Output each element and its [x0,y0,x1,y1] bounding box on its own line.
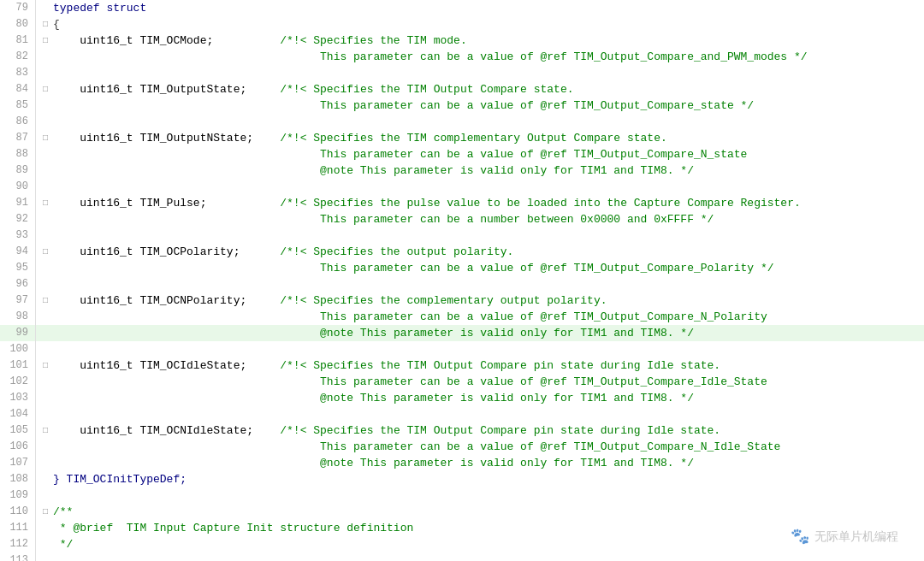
code-line: 102 This parameter can be a value of @re… [0,374,924,390]
fold-icon[interactable] [43,179,51,195]
code-token [53,262,320,275]
line-number: 111 [0,520,36,536]
code-content [51,227,924,244]
code-content [51,552,924,561]
code-token [253,424,280,437]
fold-icon[interactable] [43,114,51,130]
code-content [51,65,924,81]
fold-icon[interactable]: □ [43,130,51,146]
code-token: This parameter can be a value of @ref TI… [320,99,754,112]
fold-icon[interactable] [43,97,51,114]
code-content: uint16_t TIM_OCMode; /*!< Specifies the … [51,32,924,49]
line-number: 91 [0,195,36,211]
line-number: 94 [0,244,36,260]
fold-icon[interactable] [43,520,51,536]
line-number: 96 [0,276,36,292]
line-number: 99 [0,325,36,341]
code-line: 91□ uint16_t TIM_Pulse; /*!< Specifies t… [0,195,924,211]
code-token [53,99,320,112]
fold-icon[interactable] [43,260,51,276]
fold-icon[interactable]: □ [43,504,51,520]
code-content [51,179,924,195]
fold-icon[interactable] [43,309,51,325]
code-content: @note This parameter is valid only for T… [51,325,924,341]
code-token [53,213,320,226]
code-content: @note This parameter is valid only for T… [51,455,924,471]
line-number: 105 [0,422,36,439]
fold-icon[interactable]: □ [43,81,51,97]
code-token: uint16_t TIM_OCNIdleState; [53,424,253,437]
fold-icon[interactable] [43,49,51,65]
fold-icon[interactable] [43,390,51,406]
fold-icon[interactable] [43,65,51,81]
fold-icon[interactable]: □ [43,32,51,49]
fold-icon[interactable] [43,227,51,244]
code-line: 85 This parameter can be a value of @ref… [0,97,924,114]
fold-icon[interactable] [43,487,51,504]
fold-icon[interactable] [43,552,51,561]
code-content [51,276,924,292]
code-token: This parameter can be a value of @ref TI… [320,50,808,63]
fold-icon[interactable] [43,276,51,292]
code-line: 88 This parameter can be a value of @ref… [0,146,924,162]
fold-icon[interactable] [43,146,51,162]
fold-icon[interactable] [43,471,51,487]
code-content: This parameter can be a value of @ref TI… [51,49,924,65]
code-token: uint16_t TIM_OCPolarity; [53,245,240,258]
fold-icon[interactable] [43,455,51,471]
line-number: 106 [0,439,36,455]
code-token: This parameter can be a value of @ref TI… [320,440,780,453]
code-token: uint16_t TIM_OCIdleState; [53,359,246,372]
fold-icon[interactable] [43,325,51,341]
fold-icon[interactable] [43,341,51,357]
code-token: } TIM_OCInitTypeDef; [53,473,187,486]
line-number: 89 [0,162,36,179]
code-content: This parameter can be a value of @ref TI… [51,97,924,114]
fold-icon[interactable]: □ [43,244,51,260]
code-token [53,440,320,453]
code-line: 83 [0,65,924,81]
code-token [213,34,280,47]
code-token: This parameter can be a value of @ref TI… [320,375,767,388]
code-line: 93 [0,227,924,244]
code-token: /*!< Specifies the complementary output … [280,294,607,307]
line-number: 86 [0,114,36,130]
code-content: @note This parameter is valid only for T… [51,162,924,179]
code-token: uint16_t TIM_OutputNState; [53,132,253,145]
code-content: This parameter can be a value of @ref TI… [51,146,924,162]
line-number: 80 [0,16,36,32]
code-line: 96 [0,276,924,292]
code-content: This parameter can be a value of @ref TI… [51,374,924,390]
code-line: 94□ uint16_t TIM_OCPolarity; /*!< Specif… [0,244,924,260]
fold-icon[interactable] [43,211,51,227]
fold-icon[interactable] [43,439,51,455]
watermark-text: 无际单片机编程 [814,529,898,545]
code-line: 111 * @brief TIM Input Capture Init stru… [0,520,924,536]
code-token [53,327,320,340]
code-token: uint16_t TIM_Pulse; [53,197,206,210]
line-number: 97 [0,292,36,309]
fold-icon[interactable]: □ [43,422,51,439]
line-number: 112 [0,536,36,552]
code-token [246,83,280,96]
fold-icon[interactable] [43,536,51,552]
watermark: 🐾 无际单片机编程 [791,529,898,545]
fold-icon[interactable]: □ [43,195,51,211]
line-number: 92 [0,211,36,227]
line-number: 81 [0,32,36,49]
fold-icon[interactable] [43,406,51,422]
fold-icon[interactable]: □ [43,292,51,309]
fold-icon[interactable] [43,374,51,390]
fold-icon[interactable]: □ [43,16,51,32]
line-number: 95 [0,260,36,276]
fold-icon[interactable] [43,0,51,16]
code-token: /*!< Specifies the TIM Output Compare pi… [280,359,720,372]
line-number: 83 [0,65,36,81]
code-token: @note This parameter is valid only for T… [320,327,694,340]
code-line: 110□/** [0,504,924,520]
code-content: uint16_t TIM_OutputState; /*!< Specifies… [51,81,924,97]
code-content [51,487,924,504]
fold-icon[interactable] [43,162,51,179]
code-line: 107 @note This parameter is valid only f… [0,455,924,471]
fold-icon[interactable]: □ [43,357,51,374]
